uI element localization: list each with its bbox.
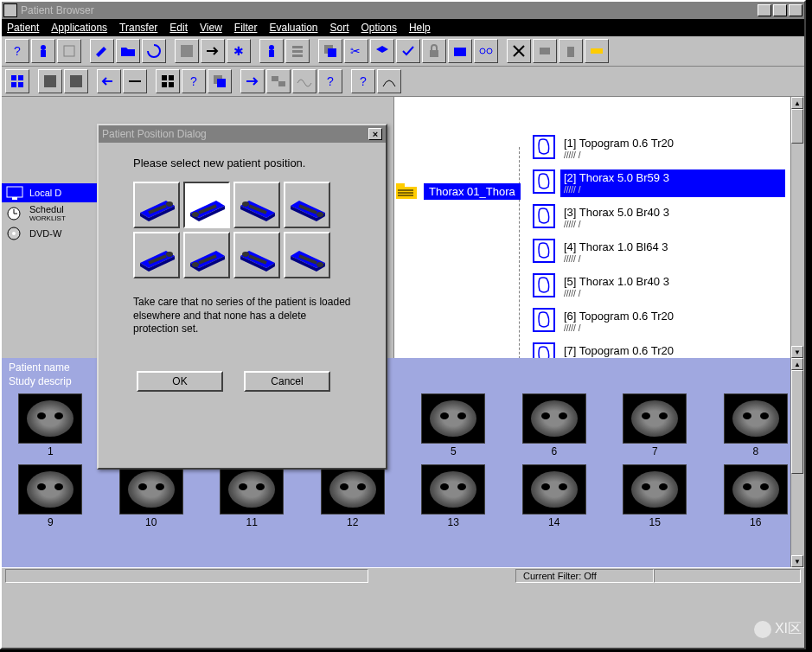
series-item[interactable]: [4] Thorax 1.0 Bl64 3///// / (533, 239, 801, 273)
dialog-close-button[interactable]: × (368, 128, 382, 140)
thumbnail[interactable]: 5 (412, 393, 496, 457)
menu-evaluation[interactable]: Evaluation (269, 22, 317, 34)
thumbnail[interactable]: 15 (613, 464, 697, 528)
toolbar-patient-icon[interactable] (31, 39, 55, 63)
series-label: [6] Topogram 0.6 Tr20 (564, 310, 674, 323)
thumb-scrollbar[interactable]: ▲ ▼ (790, 358, 804, 567)
menu-filter[interactable]: Filter (234, 22, 258, 34)
scroll-thumb[interactable] (791, 370, 803, 474)
toolbar-q3-icon[interactable]: ? (351, 69, 375, 93)
thumbnail[interactable]: 11 (210, 464, 294, 528)
menu-applications[interactable]: Applications (51, 22, 107, 34)
toolbar-import-icon[interactable] (97, 69, 121, 93)
toolbar-disk-icon[interactable] (175, 39, 199, 63)
toolbar-img1-icon[interactable] (38, 69, 62, 93)
position-option-7[interactable] (233, 232, 280, 278)
toolbar-cut-icon[interactable]: ✂ (344, 39, 368, 63)
toolbar-tape-icon[interactable] (585, 39, 609, 63)
menu-help[interactable]: Help (409, 22, 431, 34)
toolbar-img2-icon[interactable] (64, 69, 88, 93)
series-item[interactable]: [7] Topogram 0.6 Tr20 (533, 342, 801, 358)
toolbar-curve-icon[interactable] (377, 69, 401, 93)
toolbar-q2-icon[interactable]: ? (318, 69, 342, 93)
position-option-6[interactable] (183, 232, 230, 278)
toolbar-wave-icon[interactable] (292, 69, 316, 93)
toolbar-glasses-icon[interactable] (474, 39, 498, 63)
menu-patient[interactable]: Patient (7, 22, 39, 34)
maximize-button[interactable]: □ (773, 4, 787, 16)
position-option-2[interactable] (183, 182, 230, 228)
cancel-button[interactable]: Cancel (244, 371, 330, 392)
position-option-8[interactable] (284, 232, 330, 278)
series-item[interactable]: [6] Topogram 0.6 Tr20///// / (533, 308, 801, 342)
menu-edit[interactable]: Edit (169, 22, 188, 34)
thumbnail[interactable]: 1 (9, 393, 93, 457)
thumbnail[interactable]: 9 (9, 464, 93, 528)
toolbar-send-icon[interactable] (240, 69, 265, 93)
toolbar-list-icon[interactable] (285, 39, 310, 63)
vertical-scrollbar[interactable]: ▲ ▼ (790, 97, 804, 358)
position-option-5[interactable] (133, 232, 180, 278)
patient-position-dialog: Patient Position Dialog × Please select … (97, 124, 387, 470)
toolbar-film-icon[interactable] (533, 39, 557, 63)
menu-transfer[interactable]: Transfer (119, 22, 157, 34)
toolbar-lock-icon[interactable] (422, 39, 446, 63)
scroll-up-button[interactable]: ▲ (791, 97, 803, 109)
scroll-up-button[interactable]: ▲ (791, 358, 803, 370)
close-button[interactable]: × (789, 4, 802, 16)
thumbnail[interactable]: 6 (513, 393, 597, 457)
toolbar-layers-icon[interactable] (318, 39, 342, 63)
toolbar-cross-icon[interactable] (507, 39, 531, 63)
thumbnail[interactable]: 16 (714, 464, 798, 528)
scroll-down-button[interactable]: ▼ (791, 555, 803, 567)
toolbar-delete-icon[interactable] (559, 39, 583, 63)
svg-point-55 (166, 201, 173, 207)
toolbar-multi-icon[interactable] (266, 69, 291, 93)
position-option-4[interactable] (284, 182, 330, 228)
thumbnail[interactable]: 12 (311, 464, 395, 528)
scroll-down-button[interactable]: ▼ (791, 346, 803, 358)
toolbar-tool-icon[interactable] (57, 39, 81, 63)
svg-rect-35 (278, 81, 285, 86)
toolbar-q1-icon[interactable]: ? (182, 69, 206, 93)
toolbar-matrix-icon[interactable] (5, 69, 29, 93)
ok-button[interactable]: OK (137, 371, 223, 392)
svg-point-17 (487, 48, 492, 54)
series-item[interactable]: [2] Thorax 5.0 Br59 3///// / (533, 169, 801, 204)
thumbnail[interactable]: 7 (613, 393, 697, 457)
toolbar-stack2-icon[interactable] (208, 69, 232, 93)
toolbar-grid2-icon[interactable] (156, 69, 180, 93)
thumbnail[interactable]: 14 (513, 464, 597, 528)
svg-rect-3 (64, 46, 74, 56)
series-item[interactable]: [5] Thorax 1.0 Br40 3///// / (533, 273, 801, 308)
toolbar-patient2-icon[interactable] (259, 39, 284, 63)
thumbnail[interactable]: 13 (412, 464, 496, 528)
thumbnail[interactable]: 8 (714, 393, 798, 457)
menu-sort[interactable]: Sort (330, 22, 349, 34)
toolbar-edit-icon[interactable] (90, 39, 114, 63)
menu-options[interactable]: Options (361, 22, 397, 34)
toolbar-blue-icon[interactable] (448, 39, 472, 63)
scroll-thumb[interactable] (791, 109, 803, 144)
toolbar-check-icon[interactable] (396, 39, 420, 63)
series-item[interactable]: [1] Topogram 0.6 Tr20///// / (533, 135, 801, 169)
source-local[interactable]: Local D (2, 183, 97, 202)
position-option-1[interactable] (133, 182, 180, 228)
toolbar-2: ? ? ? (2, 67, 804, 97)
menu-view[interactable]: View (200, 22, 222, 34)
toolbar-refresh-icon[interactable] (142, 39, 166, 63)
thumbnail[interactable]: 10 (110, 464, 194, 528)
toolbar-folder-icon[interactable] (116, 39, 140, 63)
toolbar-help-icon[interactable]: ? (5, 39, 29, 63)
series-item[interactable]: [3] Thorax 5.0 Br40 3///// / (533, 204, 801, 239)
toolbar-compress-icon[interactable] (123, 69, 147, 93)
toolbar-export-icon[interactable] (201, 39, 225, 63)
source-dvd[interactable]: DVD-W (2, 224, 97, 243)
position-option-3[interactable] (233, 182, 280, 228)
minimize-button[interactable]: _ (758, 4, 771, 16)
toolbar-star-icon[interactable]: ✱ (227, 39, 251, 63)
toolbar-stack-icon[interactable] (370, 39, 394, 63)
source-scheduler[interactable]: Schedul WORKLIST (2, 202, 97, 224)
study-node[interactable]: Thorax 01_Thora (394, 182, 521, 201)
watermark: XI区 (754, 620, 802, 638)
